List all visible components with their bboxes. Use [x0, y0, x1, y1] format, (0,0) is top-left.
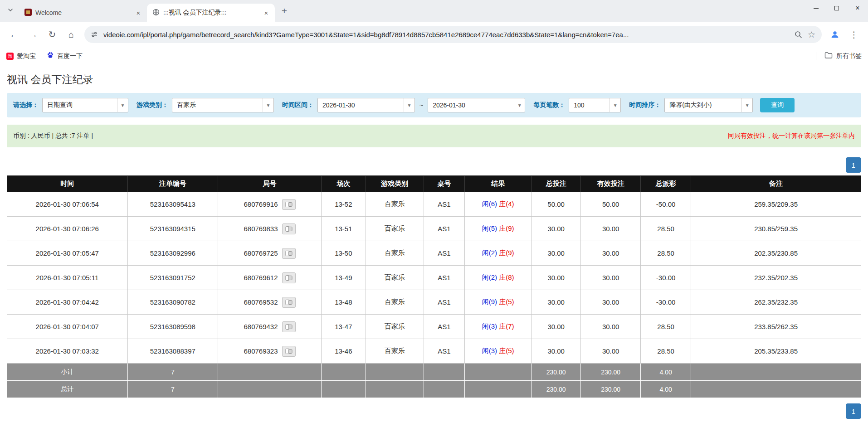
site-info-icon[interactable] [91, 31, 98, 38]
page-size-dropdown[interactable]: 100 ▼ [569, 98, 621, 112]
forward-button[interactable]: → [24, 26, 42, 43]
empty-cell [691, 381, 861, 398]
cell-total-bet[interactable]: 30.00 [532, 290, 581, 315]
sort-order-dropdown[interactable]: 降幂(由大到小) ▼ [664, 98, 753, 112]
result-banker: 庄(5) [499, 298, 514, 306]
bookmark-aitaobao[interactable]: 淘 爱淘宝 [6, 52, 36, 60]
total-row: 总计 7 230.00 230.00 4.00 [7, 381, 861, 398]
search-button[interactable]: 查询 [760, 98, 795, 112]
new-tab-button[interactable]: + [278, 4, 291, 18]
dropdown-arrow-icon[interactable]: ▼ [263, 98, 273, 112]
empty-cell [424, 364, 464, 381]
page-1-button[interactable]: 1 [846, 157, 861, 173]
tab-search-button[interactable] [4, 4, 17, 18]
result-banker: 庄(5) [499, 347, 514, 354]
cell-time: 2026-01-30 07:03:32 [7, 339, 128, 364]
bookmark-baidu[interactable]: 百度一下 [47, 52, 83, 60]
round-result-button[interactable] [282, 272, 296, 283]
close-button[interactable]: × [847, 0, 868, 16]
table-row: 2026-01-30 07:06:26523163094315680769833… [7, 217, 861, 241]
cell-result: 闲(3) 庄(5) [465, 339, 532, 364]
dropdown-arrow-icon[interactable]: ▼ [404, 98, 414, 112]
divider [816, 52, 816, 60]
menu-kebab-icon[interactable]: ⋮ [845, 26, 863, 43]
round-result-button[interactable] [282, 248, 296, 259]
cell-total-bet[interactable]: 30.00 [532, 266, 581, 290]
query-type-dropdown[interactable]: 日期查询 ▼ [42, 98, 128, 112]
subtotal-count: 7 [127, 364, 218, 381]
page-1-button[interactable]: 1 [846, 403, 861, 419]
header-time: 时间 [7, 176, 128, 192]
round-id: 680769725 [244, 249, 278, 257]
dropdown-arrow-icon[interactable]: ▼ [610, 98, 620, 112]
cell-total-bet[interactable]: 30.00 [532, 315, 581, 339]
page-content: 视讯 会员下注纪录 请选择： 日期查询 ▼ 游戏类别： 百家乐 ▼ 时间区间： … [0, 73, 868, 419]
zoom-icon[interactable] [794, 30, 802, 39]
baidu-icon [47, 52, 54, 60]
cell-total-bet[interactable]: 50.00 [532, 192, 581, 217]
cell-payout: -30.00 [641, 266, 691, 290]
total-payout: 4.00 [641, 381, 691, 398]
bet-records-table: 时间 注单编号 局号 场次 游戏类别 桌号 结果 总投注 有效投注 总派彩 备注… [7, 175, 861, 398]
page-title: 视讯 会员下注纪录 [7, 73, 861, 87]
result-banker: 庄(7) [499, 322, 514, 330]
total-total-bet: 230.00 [532, 381, 581, 398]
round-result-button[interactable] [282, 223, 296, 234]
round-result-button[interactable] [282, 199, 296, 210]
summary-bar: 币别 : 人民币 | 总共 :7 注单 | 同局有效投注，统一计算在该局第一张注… [7, 125, 861, 147]
dropdown-arrow-icon[interactable]: ▼ [514, 98, 525, 112]
pagination-bottom: 1 [7, 403, 861, 419]
cell-remark: 233.85/262.35 [691, 315, 861, 339]
dropdown-arrow-icon[interactable]: ▼ [117, 98, 128, 112]
cell-payout: -30.00 [641, 290, 691, 315]
range-separator: ~ [419, 102, 423, 109]
cell-table-no: AS1 [424, 315, 464, 339]
all-bookmarks-button[interactable]: 所有书签 [816, 52, 862, 60]
tab-welcome[interactable]: Welcome × [19, 4, 147, 22]
tab-betrecord[interactable]: :::视讯 会员下注纪录::: × [147, 4, 275, 22]
cell-time: 2026-01-30 07:05:11 [7, 266, 128, 290]
result-player: 闲(3) [482, 347, 497, 354]
cell-table-no: AS1 [424, 266, 464, 290]
round-id: 680769612 [244, 274, 278, 282]
sort-order-label: 时间排序： [629, 101, 661, 109]
maximize-button[interactable] [826, 0, 847, 16]
tab-close-icon[interactable]: × [262, 9, 270, 17]
cell-valid-bet: 30.00 [581, 241, 641, 266]
header-remark: 备注 [691, 176, 861, 192]
cell-total-bet[interactable]: 30.00 [532, 241, 581, 266]
chevron-down-icon [7, 7, 14, 15]
table-header-row: 时间 注单编号 局号 场次 游戏类别 桌号 结果 总投注 有效投注 总派彩 备注 [7, 176, 861, 192]
cell-session: 13-46 [321, 339, 366, 364]
url-bar[interactable]: videoie.com/ipl/portal.php/game/betrecor… [84, 26, 822, 43]
cell-game-type: 百家乐 [366, 266, 424, 290]
dropdown-arrow-icon[interactable]: ▼ [741, 98, 752, 112]
home-button[interactable]: ⌂ [63, 26, 80, 43]
minimize-button[interactable] [805, 0, 826, 16]
date-to-dropdown[interactable]: 2026-01-30 ▼ [428, 98, 525, 112]
total-label: 总计 [7, 381, 128, 398]
result-player: 闲(2) [482, 249, 497, 257]
round-result-button[interactable] [282, 321, 296, 332]
round-result-button[interactable] [282, 346, 296, 357]
date-from-dropdown[interactable]: 2026-01-30 ▼ [317, 98, 415, 112]
cell-remark: 202.35/230.85 [691, 241, 861, 266]
round-result-button[interactable] [282, 297, 296, 308]
table-row: 2026-01-30 07:03:32523163088397680769323… [7, 339, 861, 364]
header-game-type: 游戏类别 [366, 176, 424, 192]
back-button[interactable]: ← [5, 26, 23, 43]
round-id: 680769532 [244, 298, 278, 306]
reload-button[interactable]: ↻ [44, 26, 61, 43]
bookmark-star-icon[interactable]: ☆ [808, 29, 815, 40]
url-text[interactable]: videoie.com/ipl/portal.php/game/betrecor… [103, 31, 789, 39]
folder-icon [824, 52, 833, 60]
profile-avatar[interactable] [826, 26, 844, 43]
cell-total-bet[interactable]: 30.00 [532, 339, 581, 364]
cell-table-no: AS1 [424, 339, 464, 364]
empty-cell [366, 381, 424, 398]
tab-close-icon[interactable]: × [134, 9, 142, 17]
cell-time: 2026-01-30 07:05:47 [7, 241, 128, 266]
cell-total-bet[interactable]: 30.00 [532, 217, 581, 241]
tab-strip: Welcome × :::视讯 会员下注纪录::: × + × [0, 0, 868, 22]
game-type-dropdown[interactable]: 百家乐 ▼ [172, 98, 274, 112]
